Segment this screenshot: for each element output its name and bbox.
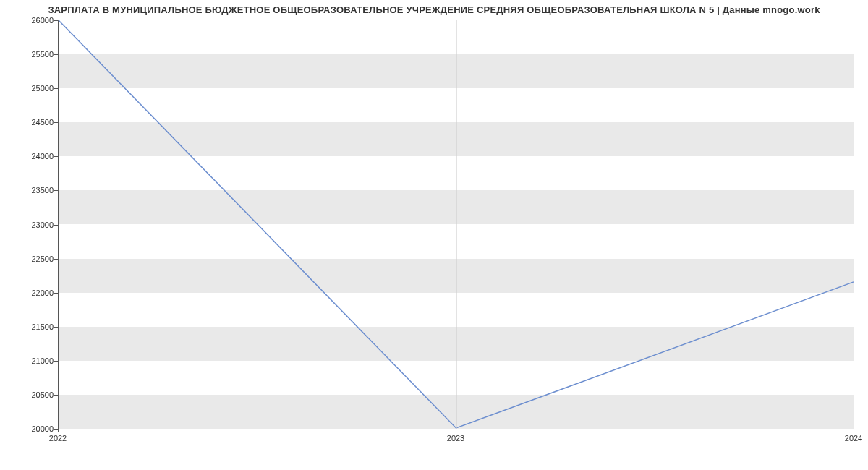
chart-title: ЗАРПЛАТА В МУНИЦИПАЛЬНОЕ БЮДЖЕТНОЕ ОБЩЕО… xyxy=(0,4,868,15)
chart-container: ЗАРПЛАТА В МУНИЦИПАЛЬНОЕ БЮДЖЕТНОЕ ОБЩЕО… xyxy=(0,0,868,470)
y-tick-mark xyxy=(54,88,58,89)
y-tick-mark xyxy=(54,327,58,328)
y-tick-label: 25500 xyxy=(3,50,54,59)
x-tick-mark xyxy=(456,429,456,432)
y-tick-label: 20500 xyxy=(3,390,54,399)
y-tick-mark xyxy=(54,20,58,21)
x-tick-label: 2024 xyxy=(845,434,862,443)
x-tick-mark xyxy=(58,429,59,432)
x-tick-mark xyxy=(854,429,854,432)
y-tick-mark xyxy=(54,361,58,362)
y-tick-label: 23000 xyxy=(3,221,54,229)
y-tick-mark xyxy=(54,156,58,157)
x-tick-label: 2023 xyxy=(447,434,464,443)
x-tick-label: 2022 xyxy=(49,434,67,443)
y-tick-label: 24000 xyxy=(3,152,54,161)
y-tick-label: 21000 xyxy=(3,356,54,365)
y-tick-label: 22500 xyxy=(3,255,54,263)
plot-area xyxy=(58,20,854,429)
y-tick-label: 24500 xyxy=(3,118,54,127)
y-tick-mark xyxy=(54,54,58,55)
y-tick-label: 26000 xyxy=(3,16,54,25)
y-tick-label: 25000 xyxy=(3,84,54,93)
y-tick-label: 20000 xyxy=(3,424,54,433)
y-tick-mark xyxy=(54,122,58,123)
y-tick-mark xyxy=(54,293,58,294)
x-gridline xyxy=(456,20,457,428)
y-tick-mark xyxy=(54,259,58,260)
y-tick-mark xyxy=(54,190,58,191)
y-tick-label: 21500 xyxy=(3,322,54,331)
y-tick-label: 23500 xyxy=(3,186,54,195)
y-tick-mark xyxy=(54,225,58,226)
y-tick-label: 22000 xyxy=(3,289,54,297)
y-tick-mark xyxy=(54,395,58,396)
